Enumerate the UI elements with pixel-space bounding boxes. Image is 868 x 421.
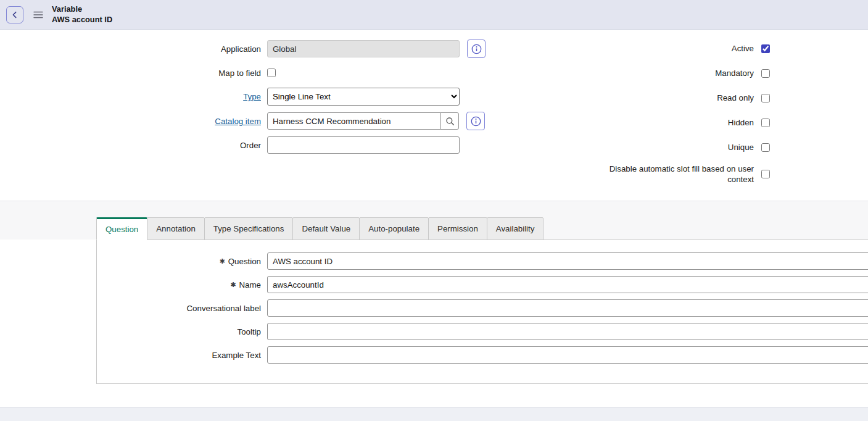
application-row: Application (0, 40, 486, 58)
mandatory-label: Mandatory (603, 68, 754, 78)
question-tab-panel: ✱Question ✱Name Conversational label Too… (96, 240, 868, 384)
map-to-field-row: Map to field (0, 64, 486, 81)
footer-bar (0, 407, 868, 421)
read-only-checkbox[interactable] (761, 94, 770, 102)
tooltip-label: Tooltip (97, 327, 261, 336)
question-row: ✱Question (97, 252, 868, 270)
record-type-title: Variable (52, 4, 112, 15)
tab-type-specifications-label: Type Specifications (213, 224, 284, 233)
context-menu-button[interactable] (33, 11, 43, 19)
application-label: Application (0, 44, 261, 54)
name-row: ✱Name (97, 276, 868, 293)
tab-annotation[interactable]: Annotation (147, 217, 205, 240)
catalog-item-info-button[interactable] (466, 112, 485, 130)
required-marker-icon: ✱ (230, 281, 236, 288)
tab-default-value-label: Default Value (302, 224, 350, 233)
active-label: Active (603, 43, 754, 54)
unique-row: Unique (603, 139, 770, 156)
question-label: ✱Question (97, 257, 261, 266)
tab-type-specifications[interactable]: Type Specifications (204, 217, 294, 240)
catalog-item-input[interactable] (267, 112, 441, 130)
name-input[interactable] (267, 276, 868, 293)
hidden-checkbox[interactable] (761, 119, 770, 127)
tab-question-label: Question (105, 225, 138, 234)
unique-checkbox[interactable] (761, 143, 770, 152)
disable-slot-fill-label: Disable automatic slot fill based on use… (603, 164, 754, 185)
map-to-field-checkbox[interactable] (267, 69, 276, 77)
search-icon (445, 117, 455, 126)
back-button[interactable] (6, 6, 23, 23)
type-label-link[interactable]: Type (243, 92, 261, 101)
catalog-item-lookup-button[interactable] (440, 112, 459, 130)
conversational-label-row: Conversational label (97, 299, 868, 317)
tooltip-row: Tooltip (97, 323, 868, 340)
unique-label: Unique (603, 142, 754, 152)
record-header: Variable AWS account ID (52, 4, 112, 25)
tooltip-input[interactable] (267, 323, 868, 340)
question-input[interactable] (267, 252, 868, 270)
tab-default-value[interactable]: Default Value (292, 217, 360, 240)
hidden-label: Hidden (603, 117, 754, 128)
order-label: Order (0, 141, 261, 150)
variable-form: Application Map to field Type (0, 30, 868, 201)
example-text-row: Example Text (97, 346, 868, 364)
application-info-button[interactable] (467, 40, 486, 58)
hamburger-icon (33, 11, 43, 19)
order-row: Order (0, 136, 486, 154)
active-checkbox[interactable] (761, 44, 770, 53)
chevron-left-icon (10, 10, 19, 19)
record-title: AWS account ID (52, 15, 112, 25)
tab-strip: Question Annotation Type Specifications … (0, 201, 868, 240)
read-only-row: Read only (603, 90, 770, 107)
info-icon (471, 44, 482, 54)
example-text-label: Example Text (97, 351, 261, 360)
form-left-column: Application Map to field Type (0, 40, 486, 160)
tab-availability[interactable]: Availability (487, 217, 544, 240)
conversational-label-label: Conversational label (97, 304, 261, 313)
tab-question[interactable]: Question (96, 217, 147, 240)
order-input[interactable] (267, 136, 460, 154)
disable-slot-fill-checkbox[interactable] (761, 170, 770, 178)
active-row: Active (603, 40, 770, 57)
example-text-input[interactable] (267, 346, 868, 364)
catalog-item-row: Catalog item (0, 112, 486, 130)
info-icon (471, 116, 481, 127)
tab-permission[interactable]: Permission (428, 217, 487, 240)
conversational-label-input[interactable] (267, 299, 868, 317)
tab-auto-populate-label: Auto-populate (368, 224, 420, 233)
mandatory-checkbox[interactable] (761, 69, 770, 78)
type-row: Type Single Line Text (0, 88, 486, 106)
required-marker-icon: ✱ (220, 257, 225, 265)
tab-annotation-label: Annotation (156, 224, 196, 233)
application-input[interactable] (267, 40, 460, 57)
map-to-field-label: Map to field (0, 69, 261, 78)
tab-permission-label: Permission (437, 224, 478, 233)
app-header: Variable AWS account ID (0, 0, 868, 30)
name-label: ✱Name (97, 280, 261, 290)
disable-slot-fill-row: Disable automatic slot fill based on use… (603, 164, 770, 185)
catalog-item-label-link[interactable]: Catalog item (215, 117, 261, 126)
mandatory-row: Mandatory (603, 65, 770, 82)
read-only-label: Read only (603, 93, 754, 103)
tab-availability-label: Availability (496, 224, 535, 233)
tab-auto-populate[interactable]: Auto-populate (359, 217, 429, 240)
hidden-row: Hidden (603, 114, 770, 131)
form-right-column: Active Mandatory Read only Hidden Unique… (603, 40, 770, 193)
type-select[interactable]: Single Line Text (267, 88, 460, 106)
